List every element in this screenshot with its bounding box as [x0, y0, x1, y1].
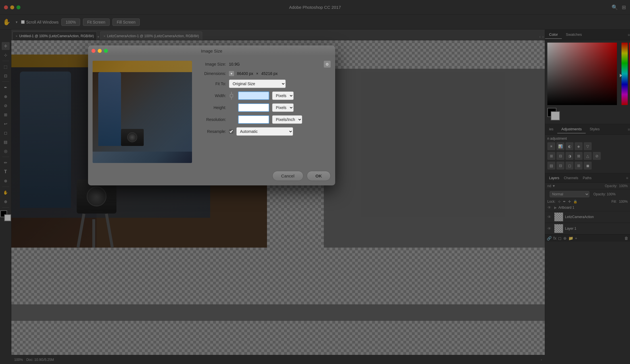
dimensions-width: 86400 px	[237, 71, 253, 76]
dimensions-row: Dimensions: ▼ 86400 px × 45216 px	[198, 71, 331, 76]
width-unit-select[interactable]: Pixels	[272, 91, 294, 100]
gear-icon-area: ⚙	[324, 61, 331, 68]
resample-select[interactable]: Automatic	[236, 127, 293, 136]
chain-link-icon	[229, 92, 234, 100]
image-size-value: 10.9G	[229, 62, 240, 66]
resample-checkbox[interactable]	[229, 129, 233, 134]
chain-bottom	[231, 97, 232, 100]
preview-lens	[127, 132, 137, 142]
preview-filmstrip	[93, 61, 192, 72]
dialog-close-button[interactable]	[91, 49, 95, 53]
dialog-overlay: Image Size	[0, 0, 630, 364]
resolution-unit-select[interactable]: Pixels/Inch	[272, 115, 302, 124]
settings-gear-icon[interactable]: ⚙	[324, 61, 331, 68]
dialog-title: Image Size	[201, 49, 222, 53]
ok-button[interactable]: OK	[307, 171, 331, 181]
image-size-row: Image Size: 10.9G ⚙	[198, 61, 331, 68]
dialog-controls: Image Size: 10.9G ⚙ Dimensions: ▼ 86400 …	[198, 61, 331, 163]
width-label: Width:	[198, 93, 226, 98]
dialog-preview-img	[93, 61, 192, 163]
height-label: Height:	[198, 105, 226, 110]
dimensions-height: 45216 px	[261, 71, 278, 76]
dialog-titlebar: Image Size	[88, 45, 335, 56]
dialog-window-controls	[91, 49, 108, 53]
fit-to-row: Fit To: Original Size	[198, 80, 331, 88]
chain-top	[231, 92, 232, 94]
dimensions-label: Dimensions:	[198, 71, 226, 76]
dimensions-dropdown-icon: ▼	[230, 72, 233, 75]
dialog-minimize-button[interactable]	[98, 49, 102, 53]
chain-body	[230, 94, 233, 97]
resolution-input[interactable]: 72	[238, 115, 269, 124]
image-size-dialog: Image Size	[88, 45, 335, 185]
fit-to-select[interactable]: Original Size	[229, 80, 286, 88]
dimensions-arrow-btn[interactable]: ▼	[229, 71, 234, 76]
resample-row: Resample: Automatic	[198, 127, 331, 136]
fit-to-label: Fit To:	[198, 81, 226, 86]
height-row: Height: 45216 Pixels	[198, 103, 331, 112]
height-input[interactable]: 45216	[238, 103, 269, 112]
width-input[interactable]: 86400	[238, 91, 269, 100]
resolution-row: Resolution: 72 Pixels/Inch	[198, 115, 331, 124]
height-unit-select[interactable]: Pixels	[272, 103, 294, 112]
dimensions-x: ×	[256, 71, 258, 76]
preview-person	[98, 72, 121, 146]
dialog-body: Image Size: 10.9G ⚙ Dimensions: ▼ 86400 …	[88, 56, 335, 168]
image-size-label: Image Size:	[198, 62, 226, 66]
preview-camera	[121, 129, 144, 146]
dialog-preview	[93, 61, 192, 163]
width-row: Width: 86400 Pixels	[198, 91, 331, 100]
cancel-button[interactable]: Cancel	[272, 171, 303, 181]
resample-label: Resample:	[198, 129, 226, 134]
resolution-label: Resolution:	[198, 117, 226, 122]
dialog-maximize-button[interactable]	[104, 49, 108, 53]
dialog-footer: Cancel OK	[88, 168, 335, 185]
